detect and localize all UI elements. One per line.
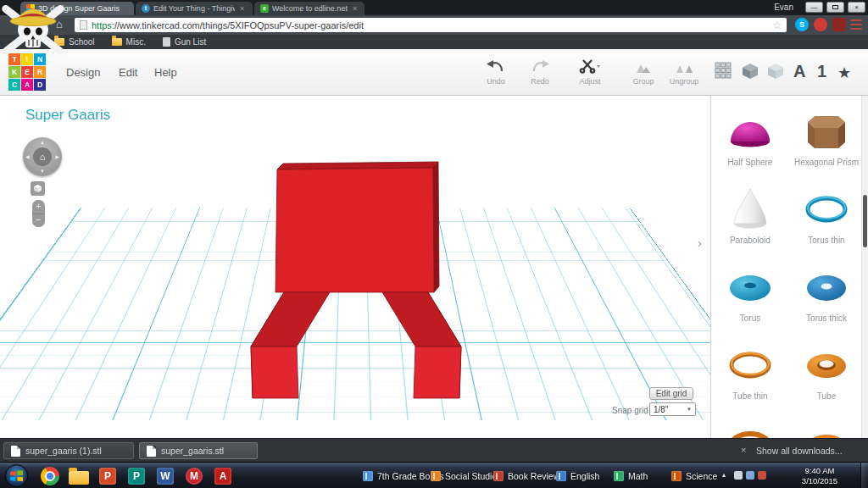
shape-partial[interactable] [715,419,786,438]
shape-torus[interactable]: Torus [715,263,786,323]
workplane-grid-button[interactable] [715,62,732,82]
browser-user-name[interactable]: Evan [774,3,793,12]
tab-title: Edit Your Thing - Thingiv [153,4,235,13]
adjust-scissors-icon [565,58,615,74]
geometric-shapes-button[interactable] [766,62,785,84]
tray-network-icon[interactable] [746,471,754,480]
menu-edit[interactable]: Edit [119,66,137,79]
logo-tile: K [8,66,20,78]
hexagonal-prism-icon [801,108,852,152]
taskbar-chrome-icon[interactable] [37,465,63,487]
view-cube-button[interactable] [31,181,45,196]
shape-paraboloid[interactable]: Paraboloid [715,186,786,245]
bookmark-folder-misc[interactable]: Misc. [112,37,146,47]
shape-name: Half Sphere [715,158,786,167]
tab-title: Welcome to edline.net [272,4,348,13]
clock-time: 9:40 AM [792,466,848,476]
favorites-shapes-button[interactable]: ★ [837,64,851,82]
ungroup-button[interactable]: Ungroup [659,58,709,86]
bookmark-star-icon[interactable]: ☆ [772,20,782,30]
shape-torus-thick[interactable]: Torus thick [791,263,862,323]
url-scheme: https [92,20,112,30]
taskbar-makerbot-icon[interactable]: M [181,465,207,487]
windows-taskbar: P P W M A 7th Grade Books Social Studies… [0,462,868,488]
extension-icon[interactable] [832,18,846,31]
shortcut-label: English [570,471,599,481]
close-button[interactable]: × [848,2,865,13]
panel-collapse-chevron[interactable]: › [698,236,702,250]
download-file-name: super_gaaris (1).stl [25,446,102,456]
url-field[interactable]: https://www.tinkercad.com/things/5XIFOQp… [75,18,787,32]
redo-button[interactable]: Redo [515,58,565,86]
logo-tile: A [21,79,33,91]
folder-icon [69,471,89,485]
taskbar-clock[interactable]: 9:40 AM 3/10/2015 [792,466,848,485]
tab-edline[interactable]: e Welcome to edline.net × [254,2,364,15]
maximize-button[interactable] [826,2,844,13]
tray-flag-icon[interactable] [758,471,766,480]
letters-shapes-button[interactable]: A [793,62,805,81]
home-view-icon[interactable]: ⌂ [33,147,52,166]
download-item[interactable]: super_gaaris.stl [139,442,258,459]
rotate-right-icon[interactable]: ▶ [55,154,59,159]
taskbar-powerpoint-icon[interactable]: P [95,465,120,487]
shape-partial[interactable] [791,419,862,438]
numbers-shapes-button[interactable]: 1 [817,62,826,81]
rotate-up-icon[interactable]: ▲ [40,140,45,145]
tool-label: Adjust [565,77,615,86]
torus-thick-icon [801,263,852,308]
logo-tile: D [34,79,46,91]
shape-tube[interactable]: Tube [791,341,862,401]
clock-date: 3/10/2015 [792,476,848,486]
taskbar-adobe-icon[interactable]: A [210,465,236,487]
scrollbar-thumb[interactable] [863,195,867,247]
menu-icon[interactable] [850,19,862,30]
zoom-out-button[interactable]: − [32,214,45,228]
snap-grid-select[interactable]: 1/8" ▼ [649,402,696,416]
sidebar-scrollbar[interactable] [861,96,868,438]
bookmark-gun-list[interactable]: Gun List [163,37,206,47]
taskbar-word-icon[interactable]: W [153,465,178,487]
shape-half-sphere[interactable]: Half Sphere [715,108,786,167]
undo-button[interactable]: Undo [471,58,520,86]
basic-shapes-button[interactable] [741,62,760,84]
taskbar-shortcut-science[interactable]: Science [671,469,717,483]
menu-design[interactable]: Design [66,66,100,79]
orbit-compass[interactable]: ▲ ▼ ◀ ▶ ⌂ [23,137,62,176]
shape-torus-thin[interactable]: Torus thin [791,186,862,245]
show-all-downloads-link[interactable]: Show all downloads... [756,446,843,456]
taskbar-shortcut-english[interactable]: English [556,469,599,483]
adjust-button[interactable]: Adjust [565,58,615,86]
taskbar-shortcut-social-studies[interactable]: Social Studies [431,469,502,483]
edit-grid-button[interactable]: Edit grid [649,387,693,400]
tab-close-icon[interactable]: × [240,4,244,13]
zoom-in-button[interactable]: + [32,200,45,214]
tab-close-icon[interactable]: × [353,4,357,13]
rotate-left-icon[interactable]: ◀ [25,154,30,159]
shape-tube-thin[interactable]: Tube thin [715,341,786,401]
adobe-reader-icon: A [214,468,231,485]
download-item[interactable]: super_gaaris (1).stl [3,442,134,459]
tray-icon[interactable] [734,471,743,480]
taskbar-explorer-icon[interactable] [66,465,92,487]
prism-icon [766,62,785,80]
extension-icon[interactable] [814,18,827,31]
taskbar-shortcut-book-review[interactable]: Book Review [493,469,559,483]
show-desktop-button[interactable] [860,463,868,488]
start-button[interactable] [5,464,28,488]
menu-help[interactable]: Help [154,66,177,79]
download-bar-close-icon[interactable]: × [741,445,746,455]
skype-icon[interactable]: S [795,18,809,31]
taskbar-publisher-icon[interactable]: P [124,465,149,487]
tray-expand-icon[interactable]: ▴ [722,471,726,479]
minimize-button[interactable]: — [805,2,823,13]
shape-hexagonal-prism[interactable]: Hexagonal Prism [791,108,862,167]
tab-thingiverse[interactable]: t Edit Your Thing - Thingiv × [136,2,253,15]
bookmark-label: Gun List [175,37,206,47]
taskbar-shortcut-math[interactable]: Math [614,469,648,483]
rotate-down-icon[interactable]: ▼ [40,169,45,174]
shape-name: Tube [791,391,862,401]
tube-icon [801,341,852,385]
canvas-3d-viewport[interactable]: Super Gaaris ▲ ▼ ◀ ▶ ⌂ + − Edit grid Sna… [0,96,710,438]
model-super-gaaris[interactable] [0,96,710,438]
